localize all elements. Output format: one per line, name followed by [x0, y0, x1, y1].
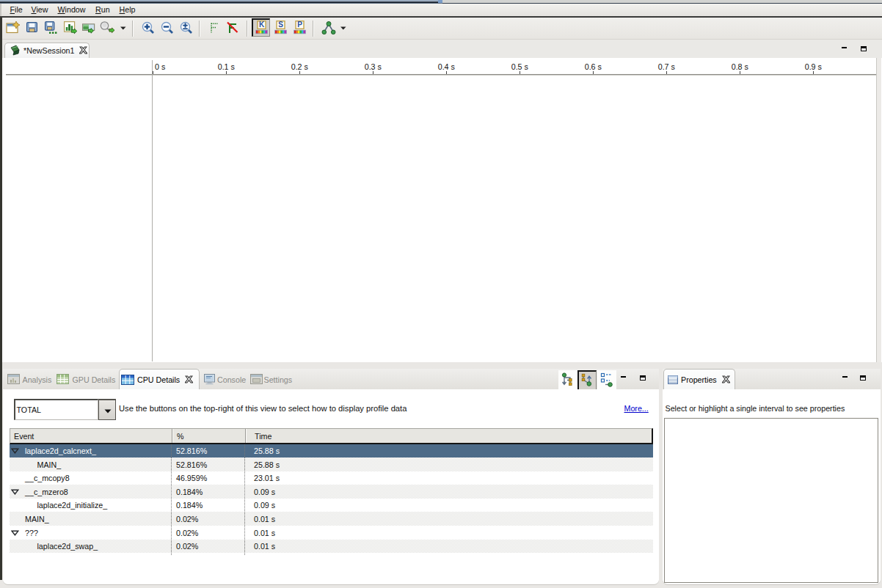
svg-text:K: K: [259, 21, 265, 29]
svg-text:S: S: [278, 21, 283, 29]
svg-text:P: P: [297, 21, 302, 29]
